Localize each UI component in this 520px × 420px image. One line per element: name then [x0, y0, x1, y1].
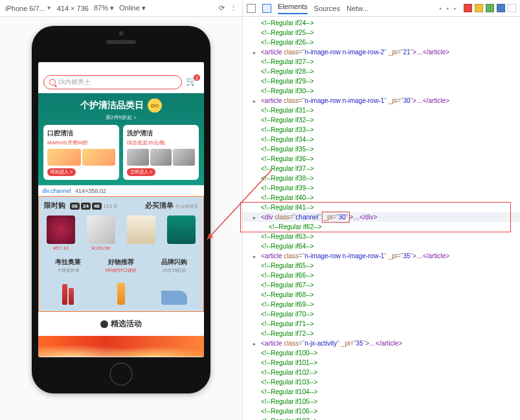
flash-item[interactable]: ¥57.16	[44, 216, 78, 251]
activity-banner[interactable]	[38, 336, 204, 357]
dom-line[interactable]: <!--Regular if38-->	[243, 173, 520, 183]
device-dimensions: 414 × 736	[57, 5, 89, 12]
dom-line[interactable]: <!--Regular if68-->	[243, 290, 520, 300]
countdown-timer: 062448	[70, 203, 102, 210]
swatch[interactable]	[497, 4, 505, 12]
dom-line[interactable]: <!--Regular if69-->	[243, 300, 520, 309]
tab-network[interactable]: Netw...	[346, 5, 368, 12]
flash-sale-title: 限时购 062448 13.6 后	[44, 201, 118, 210]
promo-banner[interactable]: 个护清洁品类日 GO 第2件5折起 > 口腔清洁 MARVIS牙膏88折 即刻进…	[38, 93, 204, 185]
cart-icon[interactable]: 2	[186, 76, 199, 89]
flash-item[interactable]	[164, 216, 198, 251]
dom-line[interactable]: <!--Regular if32-->	[243, 115, 520, 125]
status-bar	[38, 62, 204, 71]
swatch[interactable]	[486, 4, 494, 12]
phone-home-button[interactable]	[109, 362, 133, 386]
dom-line[interactable]: <!--Regular if104-->	[243, 387, 520, 397]
phone-screen: ck内裤男士 2 个护清洁品类日 GO 第2件5折起 > 口腔清洁	[38, 62, 204, 357]
dom-line[interactable]: <!--Regular if65-->	[243, 261, 520, 271]
dom-line[interactable]: <!--Regular if33-->	[243, 125, 520, 135]
dom-line[interactable]: <!--Regular if72-->	[243, 329, 520, 338]
dom-line[interactable]: <!--Regular if101-->	[243, 358, 520, 368]
color-swatches: • • •	[439, 4, 516, 12]
dom-line[interactable]: <!--Regular if67-->	[243, 280, 520, 290]
search-input[interactable]: ck内裤男士	[43, 75, 182, 89]
dom-line[interactable]: <!--Regular if29-->	[243, 76, 520, 86]
banner-card-cta[interactable]: 立即进入 >	[127, 168, 155, 176]
device-mode-icon[interactable]	[262, 4, 271, 13]
dom-line[interactable]: <!--Regular if37-->	[243, 164, 520, 173]
dom-line[interactable]: <!--Regular if28-->	[243, 67, 520, 76]
dom-line[interactable]: <!--Regular if70-->	[243, 309, 520, 319]
dom-line[interactable]: <!--Regular if24-->	[243, 18, 520, 28]
dom-line[interactable]: <!--Regular if107-->	[243, 416, 520, 420]
kebab-menu-icon[interactable]: ⋮	[230, 4, 237, 12]
dom-tree[interactable]: <!--Regular if24--><!--Regular if25--><!…	[243, 17, 520, 420]
tab-sources[interactable]: Sources	[314, 5, 340, 12]
dom-line[interactable]: <!--Regular if36-->	[243, 154, 520, 164]
phone-camera-icon	[119, 31, 124, 36]
swatch[interactable]	[475, 4, 483, 12]
tab-elements[interactable]: Elements	[278, 3, 308, 14]
phone-frame: ck内裤男士 2 个护清洁品类日 GO 第2件5折起 > 口腔清洁	[32, 26, 210, 393]
dom-line[interactable]: ▸<article class="n-jx-activity" _pi="35"…	[243, 338, 520, 348]
dom-line[interactable]: <!--Regular if100-->	[243, 348, 520, 358]
devtools-pane: Elements Sources Netw... • • • <!--Regul…	[243, 0, 520, 420]
featured-activities-header: 精选活动	[38, 312, 204, 336]
swatch[interactable]	[508, 4, 516, 12]
banner-card-wash[interactable]: 洗护清洁 综合低至35元/瓶 立即进入 >	[123, 125, 199, 180]
channel-column[interactable]: 好物推荐99%好评口碑好	[97, 258, 145, 305]
banner-subtitle: 第2件5折起 >	[43, 114, 199, 121]
dom-line[interactable]: <!--Regular if66-->	[243, 271, 520, 280]
dom-line[interactable]: <!--Regular if64-->	[243, 241, 520, 251]
dom-line[interactable]: <!--Regular if106-->	[243, 406, 520, 416]
inspect-icon[interactable]	[247, 4, 256, 13]
dom-line[interactable]: <!--Regular if63-->	[243, 232, 520, 241]
dom-line[interactable]: ▸<article class="n-image-row n-image-row…	[243, 251, 520, 261]
phone-speaker-icon	[106, 40, 136, 44]
device-toolbar: iPhone 6/7...▼ 414 × 736 87% ▾ Online ▾ …	[0, 0, 242, 17]
dom-line[interactable]: <!--Regular if62-->	[243, 222, 520, 232]
channel-section[interactable]: 限时购 062448 13.6 后 必买清单 什么值得买 ¥57.16¥169.…	[38, 196, 204, 312]
banner-card-cta[interactable]: 即刻进入 >	[47, 168, 76, 176]
flash-item[interactable]	[124, 216, 158, 251]
go-button[interactable]: GO	[148, 98, 162, 113]
dom-line[interactable]: <!--Regular if105-->	[243, 397, 520, 406]
device-select[interactable]: iPhone 6/7...▼	[5, 5, 52, 12]
inspector-tooltip: div.channel 414×358.02	[38, 185, 204, 196]
dom-line[interactable]: <!--Regular if34-->	[243, 135, 520, 144]
more-dots-icon[interactable]: • • •	[439, 5, 457, 12]
must-buy-title: 必买清单 什么值得买	[145, 201, 198, 210]
dom-line[interactable]: <!--Regular if31-->	[243, 105, 520, 115]
cart-badge: 2	[194, 74, 200, 81]
dom-line[interactable]: <!--Regular if103-->	[243, 377, 520, 387]
dom-line[interactable]: ▸<article class="n-image-row n-image-row…	[243, 47, 520, 57]
zoom-select[interactable]: 87% ▾	[94, 4, 114, 12]
search-bar: ck内裤男士 2	[38, 71, 204, 93]
dom-line[interactable]: <!--Regular if25-->	[243, 28, 520, 38]
dom-line[interactable]: <!--Regular if71-->	[243, 319, 520, 329]
dom-line[interactable]: <!--Regular if30-->	[243, 86, 520, 96]
channel-column[interactable]: 考拉奥莱大牌底价来	[44, 258, 92, 305]
network-select[interactable]: Online ▾	[119, 4, 146, 12]
phone-canvas: ck内裤男士 2 个护清洁品类日 GO 第2件5折起 > 口腔清洁	[0, 17, 242, 420]
gear-icon	[100, 320, 108, 328]
dom-line[interactable]: ▸<article class="n-image-row n-image-row…	[243, 96, 520, 105]
dom-line[interactable]: <!--Regular if102-->	[243, 368, 520, 377]
flash-item[interactable]: ¥169.90	[84, 216, 118, 251]
dom-line[interactable]: <!--Regular if40-->	[243, 193, 520, 203]
product-image	[127, 216, 155, 244]
price-label: ¥57.16	[53, 245, 69, 251]
search-icon	[49, 79, 56, 85]
dom-line[interactable]: ▸<div class="channel" _pi="30">…</div>	[243, 212, 520, 222]
dom-line[interactable]: <!--Regular if26-->	[243, 38, 520, 47]
banner-card-oral[interactable]: 口腔清洁 MARVIS牙膏88折 即刻进入 >	[43, 125, 119, 180]
rotate-icon[interactable]: ⟳	[219, 4, 225, 12]
dom-line[interactable]: <!--Regular if27-->	[243, 57, 520, 67]
dom-line[interactable]: <!--Regular if39-->	[243, 183, 520, 193]
product-image	[87, 216, 115, 244]
dom-line[interactable]: <!--Regular if35-->	[243, 144, 520, 154]
swatch[interactable]	[464, 4, 472, 12]
dom-line[interactable]: <!--Regular if41-->	[243, 203, 520, 212]
channel-column[interactable]: 品牌闪购19点59起拍	[150, 258, 198, 305]
